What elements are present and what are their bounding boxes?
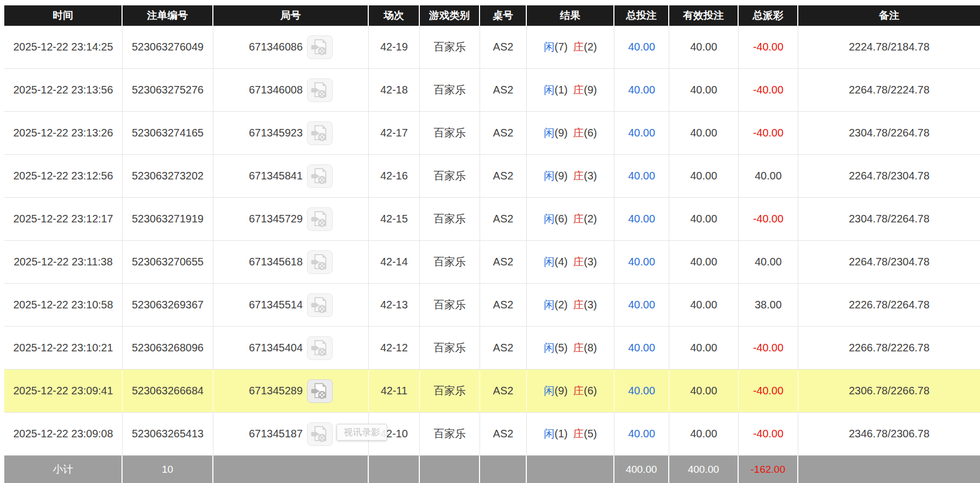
- banker-score: (5): [584, 428, 597, 440]
- cell-game-type: 百家乐: [420, 370, 480, 412]
- header-game-type: 游戏类别: [420, 5, 480, 26]
- table-row[interactable]: 2025-12-22 23:09:41 523063266684 6713452…: [4, 370, 980, 413]
- table-row[interactable]: 2025-12-22 23:13:26 523063274165 6713459…: [4, 112, 980, 155]
- video-playback-button[interactable]: [307, 379, 333, 403]
- cell-game-type: 百家乐: [420, 241, 480, 283]
- player-score: (1): [555, 428, 568, 440]
- cell-bet-no: 523063268096: [123, 327, 213, 369]
- cell-session: 42-13: [369, 284, 420, 326]
- cell-result: 闲(6)庄(2): [527, 198, 614, 240]
- cell-bet-no: 523063275276: [123, 69, 213, 111]
- video-playback-button[interactable]: [307, 78, 333, 102]
- round-number: 671346086: [249, 41, 303, 53]
- cell-table-no: AS2: [480, 327, 527, 369]
- table-row[interactable]: 2025-12-22 23:12:56 523063273202 6713458…: [4, 155, 980, 198]
- video-playback-button[interactable]: [307, 121, 333, 145]
- table-row[interactable]: 2025-12-22 23:12:17 523063271919 6713457…: [4, 198, 980, 241]
- cell-round-no: 671346008: [213, 69, 369, 111]
- cell-remark: 2306.78/2266.78: [798, 370, 980, 412]
- subtotal-empty: [369, 456, 420, 483]
- banker-score: (8): [584, 342, 597, 354]
- cell-table-no: AS2: [480, 155, 527, 197]
- cell-result: 闲(9)庄(6): [527, 112, 614, 154]
- banker-label: 庄: [573, 298, 584, 312]
- round-number: 671345841: [249, 170, 303, 182]
- header-payout: 总派彩: [739, 5, 798, 26]
- player-label: 闲: [544, 298, 555, 312]
- banker-label: 庄: [573, 169, 584, 183]
- cell-total-bet: 40.00: [614, 26, 669, 68]
- subtotal-empty: [527, 456, 614, 483]
- round-number: 671345404: [249, 342, 303, 354]
- header-time: 时间: [4, 5, 123, 26]
- subtotal-payout: -162.00: [739, 456, 798, 483]
- cell-remark: 2264.78/2304.78: [798, 155, 980, 197]
- player-score: (9): [555, 385, 568, 397]
- cell-time: 2025-12-22 23:10:21: [4, 327, 123, 369]
- round-number: 671345923: [249, 127, 303, 139]
- player-label: 闲: [544, 384, 555, 398]
- cell-remark: 2304.78/2264.78: [798, 112, 980, 154]
- header-remark: 备注: [798, 5, 980, 26]
- cell-round-no: 671345729: [213, 198, 369, 240]
- cell-payout: -40.00: [739, 112, 798, 154]
- video-playback-button[interactable]: [307, 35, 333, 59]
- cell-game-type: 百家乐: [420, 413, 480, 455]
- video-playback-icon: [311, 383, 329, 400]
- banker-label: 庄: [573, 255, 584, 269]
- cell-time: 2025-12-22 23:10:58: [4, 284, 123, 326]
- cell-time: 2025-12-22 23:14:25: [4, 26, 123, 68]
- cell-remark: 2224.78/2184.78: [798, 26, 980, 68]
- header-bet-no: 注单编号: [123, 5, 213, 26]
- video-playback-button[interactable]: [307, 164, 333, 188]
- player-label: 闲: [544, 255, 555, 269]
- cell-valid-bet: 40.00: [669, 198, 739, 240]
- video-playback-button[interactable]: [307, 293, 333, 317]
- cell-valid-bet: 40.00: [669, 327, 739, 369]
- cell-remark: 2346.78/2306.78: [798, 413, 980, 455]
- cell-table-no: AS2: [480, 26, 527, 68]
- video-playback-button[interactable]: [307, 422, 333, 446]
- cell-total-bet: 40.00: [614, 327, 669, 369]
- banker-score: (3): [584, 256, 597, 268]
- banker-score: (2): [584, 213, 597, 225]
- cell-bet-no: 523063273202: [123, 155, 213, 197]
- banker-label: 庄: [573, 427, 584, 441]
- table-row[interactable]: 2025-12-22 23:14:25 523063276049 6713460…: [4, 26, 980, 69]
- cell-valid-bet: 40.00: [669, 370, 739, 412]
- cell-time: 2025-12-22 23:12:17: [4, 198, 123, 240]
- table-row[interactable]: 2025-12-22 23:11:38 523063270655 6713456…: [4, 241, 980, 284]
- cell-remark: 2266.78/2226.78: [798, 327, 980, 369]
- header-round-no: 局号: [213, 5, 369, 26]
- cell-round-no: 671345923: [213, 112, 369, 154]
- video-playback-icon: [311, 340, 329, 357]
- video-playback-button[interactable]: [307, 207, 333, 231]
- cell-total-bet: 40.00: [614, 241, 669, 283]
- player-score: (4): [555, 256, 568, 268]
- table-row[interactable]: 2025-12-22 23:13:56 523063275276 6713460…: [4, 69, 980, 112]
- player-label: 闲: [544, 126, 555, 140]
- banker-score: (2): [584, 41, 597, 53]
- cell-total-bet: 40.00: [614, 198, 669, 240]
- round-number: 671345514: [249, 299, 303, 311]
- cell-result: 闲(5)庄(8): [527, 327, 614, 369]
- cell-round-no: 671345514: [213, 284, 369, 326]
- cell-result: 闲(7)庄(2): [527, 26, 614, 68]
- video-playback-button[interactable]: [307, 250, 333, 274]
- subtotal-total-bet: 400.00: [614, 456, 669, 483]
- cell-round-no: 671345618: [213, 241, 369, 283]
- table-row[interactable]: 2025-12-22 23:10:21 523063268096 6713454…: [4, 327, 980, 370]
- cell-time: 2025-12-22 23:13:26: [4, 112, 123, 154]
- subtotal-count: 10: [123, 456, 213, 483]
- header-result: 结果: [527, 5, 614, 26]
- video-playback-button[interactable]: [307, 336, 333, 360]
- cell-game-type: 百家乐: [420, 284, 480, 326]
- player-label: 闲: [544, 40, 555, 54]
- player-score: (1): [555, 84, 568, 96]
- cell-result: 闲(9)庄(6): [527, 370, 614, 412]
- table-row[interactable]: 2025-12-22 23:09:08 523063265413 6713451…: [4, 413, 980, 456]
- header-total-bet: 总投注: [614, 5, 669, 26]
- cell-table-no: AS2: [480, 370, 527, 412]
- cell-payout: 40.00: [739, 241, 798, 283]
- table-row[interactable]: 2025-12-22 23:10:58 523063269367 6713455…: [4, 284, 980, 327]
